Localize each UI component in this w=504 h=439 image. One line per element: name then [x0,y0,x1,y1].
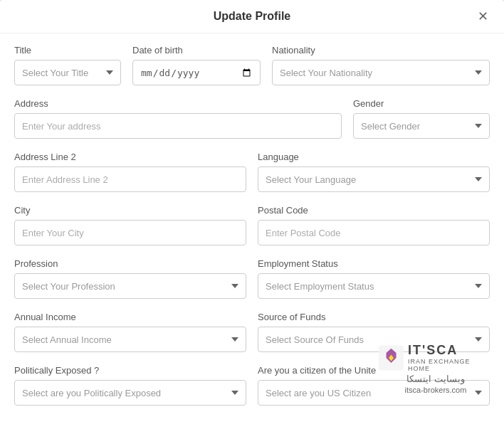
modal-container: Update Profile ✕ Title Select Your Title… [0,0,504,439]
logo-sub-text: IRAN EXCHANGE HOME [408,358,493,372]
title-select[interactable]: Select Your Title [14,60,121,85]
city-input[interactable] [14,220,246,245]
nationality-group: Nationality Select Your Nationality [272,45,490,85]
city-group: City [14,205,246,245]
profession-group: Profession Select Your Profession [14,258,246,299]
watermark: IT'SCA IRAN EXCHANGE HOME وبسایت ایتسکا … [379,343,493,394]
row-address2-language: Address Line 2 Language Select Your Lang… [14,152,490,192]
close-button[interactable]: ✕ [473,9,493,24]
address-group: Address [14,98,342,139]
row-profession-employment: Profession Select Your Profession Employ… [14,258,490,299]
dob-label: Date of birth [132,45,261,55]
gender-label: Gender [353,98,490,109]
logo-itsca-text: IT'SCA [408,343,493,358]
profession-label: Profession [14,258,246,269]
postal-input[interactable] [258,220,490,245]
language-group: Language Select Your Language [258,152,490,192]
address-input[interactable] [14,113,342,139]
address2-group: Address Line 2 [14,152,246,192]
income-group: Annual Income Select Annual Income [14,312,246,352]
itsca-logo-icon [379,345,404,371]
language-label: Language [258,152,490,162]
political-select[interactable]: Select are you Politically Exposed [14,380,246,406]
employment-group: Employment Status Select Employment Stat… [258,258,490,299]
city-label: City [14,205,246,216]
row-title-dob-nationality: Title Select Your Title Date of birth Na… [14,45,490,85]
gender-group: Gender Select Gender [353,98,490,139]
nationality-label: Nationality [272,45,490,55]
political-group: Politically Exposed ? Select are you Pol… [14,365,246,406]
row-address-gender: Address Gender Select Gender [14,98,490,139]
address2-input[interactable] [14,166,246,192]
income-label: Annual Income [14,312,246,322]
language-select[interactable]: Select Your Language [258,166,490,192]
nationality-select[interactable]: Select Your Nationality [272,60,490,85]
modal-header: Update Profile ✕ [0,0,504,33]
address-label: Address [14,98,342,109]
row-city-postal: City Postal Code [14,205,490,245]
employment-select[interactable]: Select Employment Status [258,273,490,299]
postal-group: Postal Code [258,205,490,245]
postal-label: Postal Code [258,205,490,216]
watermark-logo: IT'SCA IRAN EXCHANGE HOME [379,343,493,372]
dob-group: Date of birth [132,45,261,85]
logo-arabic-text: وبسایت ایتسکا [406,374,465,384]
gender-select[interactable]: Select Gender [353,113,490,139]
logo-url-text: itsca-brokers.com [405,386,467,394]
title-group: Title Select Your Title [14,45,121,85]
income-select[interactable]: Select Annual Income [14,327,246,352]
dob-input[interactable] [132,60,261,85]
title-label: Title [14,45,121,55]
employment-label: Employment Status [258,258,490,269]
address2-label: Address Line 2 [14,152,246,162]
modal-title: Update Profile [214,10,290,23]
logo-text-block: IT'SCA IRAN EXCHANGE HOME [408,343,493,372]
political-label: Politically Exposed ? [14,365,246,376]
profession-select[interactable]: Select Your Profession [14,273,246,299]
funds-label: Source of Funds [258,312,490,322]
